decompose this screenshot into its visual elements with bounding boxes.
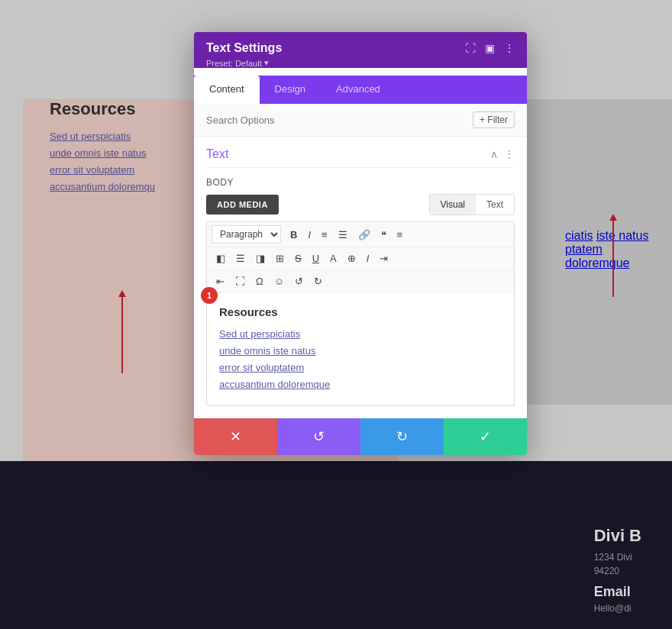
editor-badge: 1 — [201, 287, 218, 304]
panel-header: Text Settings ⛶ ▣ ⋮ Preset: Default ▾ — [194, 32, 527, 68]
reset-button[interactable]: ↺ — [277, 418, 360, 455]
section-actions: ∧ ⋮ — [490, 148, 515, 160]
tab-advanced[interactable]: Advanced — [321, 76, 396, 104]
underline-button[interactable]: U — [308, 250, 324, 266]
editor-link-1[interactable]: Sed ut perspiciatis — [219, 326, 502, 343]
panel-footer: ✕ ↺ ↻ ✓ — [194, 418, 527, 455]
align-right-button[interactable]: ◨ — [251, 250, 270, 266]
panel-body: Text ∧ ⋮ Body ADD MEDIA Visual Text Para… — [194, 137, 527, 418]
body-label: Body — [206, 177, 515, 188]
redo-button[interactable]: ↻ — [309, 273, 327, 289]
text-section-header: Text ∧ ⋮ — [206, 137, 515, 168]
italic-button[interactable]: I — [303, 227, 315, 243]
paste-text-button[interactable]: ⊕ — [343, 250, 360, 266]
indent-button[interactable]: ⇥ — [375, 250, 393, 266]
undo-button[interactable]: ↺ — [290, 273, 308, 289]
link-button[interactable]: 🔗 — [354, 227, 375, 243]
filter-label: + Filter — [480, 115, 508, 125]
editor-toolbar: Paragraph Heading 1 Heading 2 B I ≡ ☰ 🔗 … — [206, 221, 515, 293]
italic2-button[interactable]: I — [362, 250, 374, 266]
ordered-list-button[interactable]: ☰ — [334, 227, 352, 243]
unordered-list-button[interactable]: ≡ — [317, 227, 332, 243]
bold-button[interactable]: B — [286, 227, 302, 243]
settings-panel: Text Settings ⛶ ▣ ⋮ Preset: Default ▾ Co… — [194, 32, 527, 455]
panel-header-top: Text Settings ⛶ ▣ ⋮ — [206, 41, 515, 55]
toolbar-row-3: ⇤ ⛶ Ω ☺ ↺ ↻ — [207, 270, 514, 293]
view-toggle: Visual Text — [429, 194, 515, 215]
tab-content[interactable]: Content — [194, 76, 260, 104]
align-left-button[interactable]: ◧ — [212, 250, 230, 266]
tab-design[interactable]: Design — [260, 76, 321, 104]
section-menu-icon[interactable]: ⋮ — [504, 148, 515, 160]
reset-icon: ↺ — [313, 428, 325, 445]
emoji-button[interactable]: ☺ — [270, 273, 289, 289]
more-icon[interactable]: ⋮ — [504, 42, 515, 54]
save-button[interactable]: ✓ — [444, 418, 527, 455]
editor-link-2[interactable]: unde omnis iste natus — [219, 343, 502, 360]
cancel-icon: ✕ — [230, 428, 241, 445]
toolbar-row-1: Paragraph Heading 1 Heading 2 B I ≡ ☰ 🔗 … — [207, 222, 514, 247]
panel-preset[interactable]: Preset: Default ▾ — [206, 58, 515, 68]
align-button[interactable]: ≡ — [393, 227, 408, 243]
preset-chevron: ▾ — [264, 58, 269, 68]
redo-button[interactable]: ↻ — [360, 418, 444, 455]
columns-icon[interactable]: ▣ — [485, 42, 495, 54]
special-char-button[interactable]: Ω — [251, 273, 268, 289]
toolbar-row-2: ◧ ☰ ◨ ⊞ S U A ⊕ I ⇥ — [207, 247, 514, 270]
search-bar: + Filter — [194, 104, 527, 137]
panel-title: Text Settings — [206, 41, 282, 55]
editor-link-4[interactable]: accusantium doloremque — [219, 376, 502, 393]
panel-tabs: Content Design Advanced — [194, 76, 527, 104]
text-view-button[interactable]: Text — [476, 195, 514, 215]
add-media-button[interactable]: ADD MEDIA — [206, 195, 279, 215]
panel-header-icons: ⛶ ▣ ⋮ — [465, 42, 515, 54]
editor-heading: Resources — [219, 305, 502, 318]
strikethrough-button[interactable]: S — [290, 250, 306, 266]
text-section-title: Text — [206, 147, 228, 161]
blockquote-button[interactable]: ❝ — [376, 227, 391, 243]
search-input[interactable] — [206, 115, 467, 126]
font-color-button[interactable]: A — [325, 250, 341, 266]
paragraph-select[interactable]: Paragraph Heading 1 Heading 2 — [212, 225, 281, 244]
editor-content[interactable]: 1 Resources Sed ut perspiciatis unde omn… — [206, 293, 515, 406]
save-icon: ✓ — [480, 428, 491, 445]
section-collapse-icon[interactable]: ∧ — [490, 148, 498, 160]
outdent-button[interactable]: ⇤ — [212, 273, 229, 289]
cancel-button[interactable]: ✕ — [194, 418, 277, 455]
align-center-button[interactable]: ☰ — [231, 250, 250, 266]
filter-button[interactable]: + Filter — [473, 111, 515, 128]
editor-link-3[interactable]: error sit voluptatem — [219, 360, 502, 376]
table-button[interactable]: ⊞ — [271, 250, 289, 266]
visual-view-button[interactable]: Visual — [430, 195, 476, 215]
preset-label: Preset: Default — [206, 59, 262, 68]
expand-icon[interactable]: ⛶ — [465, 42, 476, 54]
editor-toolbar-top: ADD MEDIA Visual Text — [206, 194, 515, 215]
redo-icon: ↻ — [396, 428, 408, 445]
fullscreen-button[interactable]: ⛶ — [231, 273, 250, 289]
